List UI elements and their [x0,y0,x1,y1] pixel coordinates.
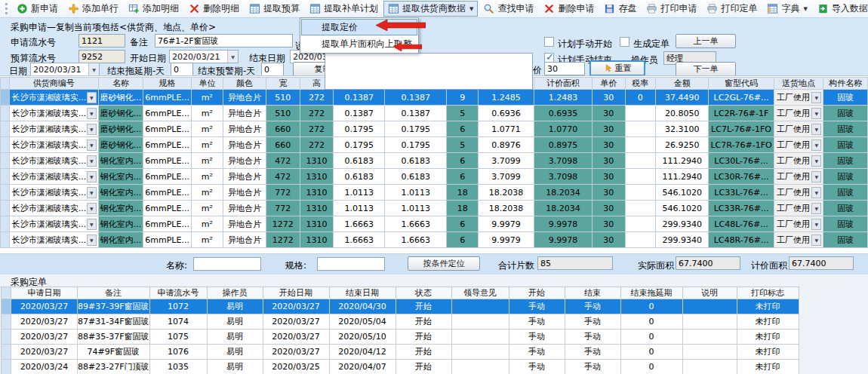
column-header[interactable]: 结束日期 [329,287,396,299]
row-selector[interactable] [1,201,10,216]
cell[interactable]: 工厂使用▼ [774,216,823,232]
cell[interactable]: 工厂使用▼ [774,90,823,106]
cell[interactable]: 0 [620,299,682,314]
cell[interactable]: 6 [447,153,479,169]
cell[interactable]: 6mmPLE... [143,201,192,216]
cell[interactable]: LC48R-76#... [709,232,774,248]
cell[interactable]: 1310 [300,201,334,216]
column-header[interactable]: 领导意见 [451,287,509,299]
row-selector[interactable] [2,330,11,345]
cell[interactable]: LC33R-76#... [709,201,774,216]
row-selector[interactable] [2,345,11,360]
cell[interactable]: 660 [266,137,300,153]
cell[interactable]: 772 [266,201,300,216]
row-selector[interactable] [1,121,10,137]
row-selector[interactable] [2,360,11,374]
cell[interactable]: 87#31-34F窗固玻 [78,314,150,330]
cell[interactable]: 0.1795 [385,121,447,137]
cell[interactable]: 1.6663 [385,216,447,232]
cell[interactable]: 546.1020 [655,185,709,201]
cell[interactable]: 546.1020 [655,201,709,216]
cell[interactable]: 89#37-39F窗固玻 [78,299,150,314]
cell[interactable]: 磨砂钢化... [98,90,143,106]
toolbar-button-import-data[interactable]: 导入数据 [813,1,868,17]
cell[interactable]: 20.8050 [655,106,709,121]
cell[interactable]: 1074 [149,314,207,330]
toolbar-button-add-row[interactable]: 添加单行 [63,1,123,17]
column-header[interactable]: 颜色 [223,78,266,90]
cell[interactable]: 88#35-37F窗固玻 [78,330,150,345]
cell[interactable]: 0.1795 [385,137,447,153]
cell[interactable]: 固玻 [823,106,868,121]
cell[interactable]: 18.2034 [534,185,592,201]
cell[interactable]: 固玻 [823,90,868,106]
cell[interactable]: 长沙市潇湘玻璃实...▼ [9,185,98,201]
cell[interactable]: 固玻 [823,201,868,216]
cell[interactable]: 272 [300,121,334,137]
cell[interactable]: 0 [620,314,682,330]
cell[interactable]: m² [191,232,223,248]
cell[interactable]: 1072 [149,299,207,314]
cell[interactable]: 6mmPLE... [143,90,192,106]
cell[interactable]: 18 [447,201,479,216]
cell[interactable]: 1310 [300,216,334,232]
cell[interactable]: 472 [266,153,300,169]
cell[interactable]: 1310 [300,169,334,185]
toolbar-button-delete-request[interactable]: 删除申请 [539,1,599,17]
cell[interactable]: LC48L-76#... [709,216,774,232]
cell[interactable]: 32.3100 [655,121,709,137]
cell[interactable]: LC2R-76#-1F [709,106,774,121]
note-field[interactable] [325,53,533,90]
cell[interactable]: 3.7099 [479,153,534,169]
column-header[interactable]: 金额 [655,78,709,90]
column-header[interactable]: 打印标志 [737,287,799,299]
cell[interactable]: 18.2038 [479,201,534,216]
cell[interactable]: 长沙市潇湘玻璃实...▼ [9,201,98,216]
cell[interactable]: 长沙市潇湘玻璃实...▼ [9,90,98,106]
cell[interactable]: 未打印 [737,345,799,360]
row-selector[interactable] [1,90,10,106]
column-header[interactable]: 结束拖延期 [620,287,682,299]
priced-area-field[interactable] [789,256,854,270]
cell[interactable] [682,330,737,345]
column-header[interactable]: 操作员 [207,287,263,299]
cell[interactable]: 2020/03/27 [263,345,329,360]
cell[interactable]: 手动 [509,360,565,374]
cell[interactable]: 开始 [396,330,451,345]
cell[interactable]: 易明 [207,330,263,345]
column-header[interactable]: 状态 [396,287,451,299]
actual-area-field[interactable] [676,256,740,270]
cell[interactable]: 37.4490 [655,90,709,106]
cell[interactable]: 1.6663 [334,216,385,232]
cell[interactable]: 6 [447,121,479,137]
cell[interactable]: 6mmPLE... [143,121,192,137]
cell[interactable] [682,314,737,330]
cell[interactable]: 固玻 [823,153,868,169]
row-selector[interactable] [1,169,10,185]
cell[interactable]: 0.1795 [334,121,385,137]
cell[interactable] [682,345,737,360]
cell[interactable]: 660 [266,121,300,137]
cell[interactable]: 异地合片 [223,153,266,169]
cell[interactable]: 6mmPLE... [143,153,192,169]
row-selector[interactable] [1,153,10,169]
cell[interactable]: 开始 [396,314,451,330]
cell[interactable]: 0.1387 [385,90,447,106]
apply-no-field[interactable] [78,34,125,48]
cell[interactable]: 易明 [207,314,263,330]
cell[interactable]: 工厂使用▼ [774,232,823,248]
cell[interactable]: 手动 [565,314,620,330]
total-pieces-field[interactable] [537,256,613,270]
cell[interactable]: 手动 [565,330,620,345]
cell[interactable]: 30 [592,153,625,169]
filter-name-input[interactable] [193,257,261,271]
cell[interactable]: 0.1795 [334,137,385,153]
cell[interactable]: 1.0113 [334,201,385,216]
locate-by-condition-button[interactable]: 按条件定位 [408,256,480,271]
cell[interactable]: 6mmPLE... [143,169,192,185]
toolbar-button-find-request[interactable]: 查找申请 [479,1,538,17]
cell[interactable]: 30 [592,90,625,106]
column-header[interactable]: 申请流水号 [149,287,207,299]
cell[interactable]: 6mmPLE... [143,106,192,121]
cell[interactable] [625,121,655,137]
